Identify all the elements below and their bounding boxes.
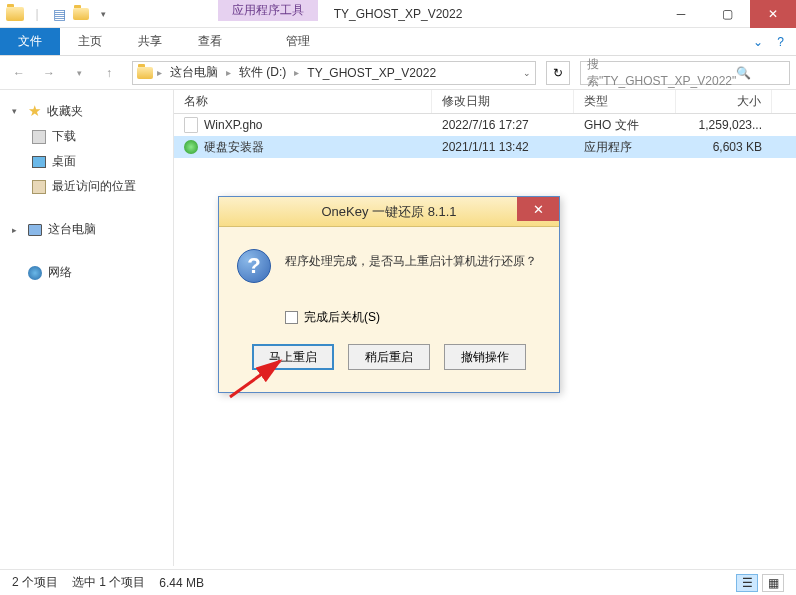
file-date: 2022/7/16 17:27 — [432, 118, 574, 132]
new-folder-icon[interactable] — [72, 5, 90, 23]
search-input[interactable]: 搜索"TY_GHOST_XP_V2022" 🔍 — [580, 61, 790, 85]
checkbox-label: 完成后关机(S) — [304, 309, 380, 326]
file-type: 应用程序 — [574, 139, 676, 156]
tab-view[interactable]: 查看 — [180, 28, 240, 55]
address-dropdown-icon[interactable]: ⌄ — [523, 68, 531, 78]
tab-share[interactable]: 共享 — [120, 28, 180, 55]
sidebar-label: 收藏夹 — [47, 103, 83, 120]
network-icon — [28, 266, 42, 280]
sidebar-computer[interactable]: ▸ 这台电脑 — [0, 217, 173, 242]
view-icons-button[interactable]: ▦ — [762, 574, 784, 592]
file-icon — [184, 140, 198, 154]
restart-now-button[interactable]: 马上重启 — [252, 344, 334, 370]
status-bar: 2 个项目 选中 1 个项目 6.44 MB ☰ ▦ — [0, 569, 796, 595]
navigation-bar: ← → ▾ ↑ ▸ 这台电脑 ▸ 软件 (D:) ▸ TY_GHOST_XP_V… — [0, 56, 796, 90]
search-placeholder: 搜索"TY_GHOST_XP_V2022" — [587, 56, 736, 90]
sidebar-favorites[interactable]: ▾ ★ 收藏夹 — [0, 98, 173, 124]
file-size: 6,603 KB — [676, 140, 772, 154]
shutdown-checkbox[interactable]: 完成后关机(S) — [285, 309, 541, 326]
back-button[interactable]: ← — [6, 60, 32, 86]
chevron-right-icon: ▸ — [12, 225, 22, 235]
refresh-button[interactable]: ↻ — [546, 61, 570, 85]
up-button[interactable]: ↑ — [96, 60, 122, 86]
file-list: WinXP.gho2022/7/16 17:27GHO 文件1,259,023.… — [174, 114, 796, 158]
qat-dropdown-icon[interactable]: ▾ — [94, 5, 112, 23]
ribbon: 文件 主页 共享 查看 管理 ⌄ ? — [0, 28, 796, 56]
tab-manage[interactable]: 管理 — [268, 28, 328, 55]
file-name: 硬盘安装器 — [204, 139, 264, 156]
window-title: TY_GHOST_XP_V2022 — [334, 7, 463, 21]
status-selection: 选中 1 个项目 — [72, 574, 145, 591]
properties-icon[interactable]: ▤ — [50, 5, 68, 23]
view-details-button[interactable]: ☰ — [736, 574, 758, 592]
forward-button[interactable]: → — [36, 60, 62, 86]
column-header-name[interactable]: 名称 — [174, 90, 432, 113]
status-item-count: 2 个项目 — [12, 574, 58, 591]
ribbon-expand-icon[interactable]: ⌄ ? — [741, 28, 796, 55]
breadcrumb-item[interactable]: 软件 (D:) — [235, 64, 290, 81]
downloads-icon — [32, 130, 46, 144]
chevron-right-icon[interactable]: ▸ — [157, 67, 162, 78]
column-header-type[interactable]: 类型 — [574, 90, 676, 113]
qat-separator: | — [28, 5, 46, 23]
address-bar[interactable]: ▸ 这台电脑 ▸ 软件 (D:) ▸ TY_GHOST_XP_V2022 ⌄ — [132, 61, 536, 85]
dialog-title-bar[interactable]: OneKey 一键还原 8.1.1 ✕ — [219, 197, 559, 227]
computer-icon — [28, 224, 42, 236]
quick-access-toolbar: | ▤ ▾ — [0, 5, 112, 23]
dialog-onekey: OneKey 一键还原 8.1.1 ✕ ? 程序处理完成，是否马上重启计算机进行… — [218, 196, 560, 393]
file-icon — [184, 117, 198, 133]
breadcrumb-item[interactable]: TY_GHOST_XP_V2022 — [303, 66, 440, 80]
star-icon: ★ — [28, 102, 41, 120]
sidebar-network[interactable]: 网络 — [0, 260, 173, 285]
tab-home[interactable]: 主页 — [60, 28, 120, 55]
search-icon: 🔍 — [736, 66, 783, 80]
contextual-tab-label: 应用程序工具 — [218, 0, 318, 21]
sidebar-label: 这台电脑 — [48, 221, 96, 238]
maximize-button[interactable]: ▢ — [704, 0, 750, 28]
sidebar-item-label: 下载 — [52, 128, 76, 145]
chevron-right-icon[interactable]: ▸ — [226, 67, 231, 78]
folder-icon — [6, 5, 24, 23]
dialog-close-button[interactable]: ✕ — [517, 197, 559, 221]
status-size: 6.44 MB — [159, 576, 204, 590]
file-row[interactable]: 硬盘安装器2021/1/11 13:42应用程序6,603 KB — [174, 136, 796, 158]
minimize-button[interactable]: ─ — [658, 0, 704, 28]
desktop-icon — [32, 156, 46, 168]
sidebar-label: 网络 — [48, 264, 72, 281]
chevron-right-icon[interactable]: ▸ — [294, 67, 299, 78]
chevron-down-icon: ▾ — [12, 106, 22, 116]
column-headers: 名称 修改日期 类型 大小 — [174, 90, 796, 114]
history-dropdown[interactable]: ▾ — [66, 60, 92, 86]
tab-file[interactable]: 文件 — [0, 28, 60, 55]
sidebar-item-label: 最近访问的位置 — [52, 178, 136, 195]
dialog-title: OneKey 一键还原 8.1.1 — [321, 203, 456, 221]
file-date: 2021/1/11 13:42 — [432, 140, 574, 154]
file-size: 1,259,023... — [676, 118, 772, 132]
column-header-size[interactable]: 大小 — [676, 90, 772, 113]
sidebar-item-downloads[interactable]: 下载 — [0, 124, 173, 149]
dialog-message: 程序处理完成，是否马上重启计算机进行还原？ — [285, 249, 537, 270]
checkbox-icon — [285, 311, 298, 324]
recent-icon — [32, 180, 46, 194]
titlebar: | ▤ ▾ 应用程序工具 TY_GHOST_XP_V2022 ─ ▢ ✕ — [0, 0, 796, 28]
sidebar-item-desktop[interactable]: 桌面 — [0, 149, 173, 174]
cancel-operation-button[interactable]: 撤销操作 — [444, 344, 526, 370]
restart-later-button[interactable]: 稍后重启 — [348, 344, 430, 370]
question-icon: ? — [237, 249, 271, 283]
file-name: WinXP.gho — [204, 118, 262, 132]
breadcrumb-item[interactable]: 这台电脑 — [166, 64, 222, 81]
column-header-date[interactable]: 修改日期 — [432, 90, 574, 113]
sidebar-item-recent[interactable]: 最近访问的位置 — [0, 174, 173, 199]
close-button[interactable]: ✕ — [750, 0, 796, 28]
file-row[interactable]: WinXP.gho2022/7/16 17:27GHO 文件1,259,023.… — [174, 114, 796, 136]
folder-icon — [137, 67, 153, 79]
sidebar-item-label: 桌面 — [52, 153, 76, 170]
navigation-pane: ▾ ★ 收藏夹 下载 桌面 最近访问的位置 ▸ 这台电脑 网络 — [0, 90, 174, 566]
file-type: GHO 文件 — [574, 117, 676, 134]
